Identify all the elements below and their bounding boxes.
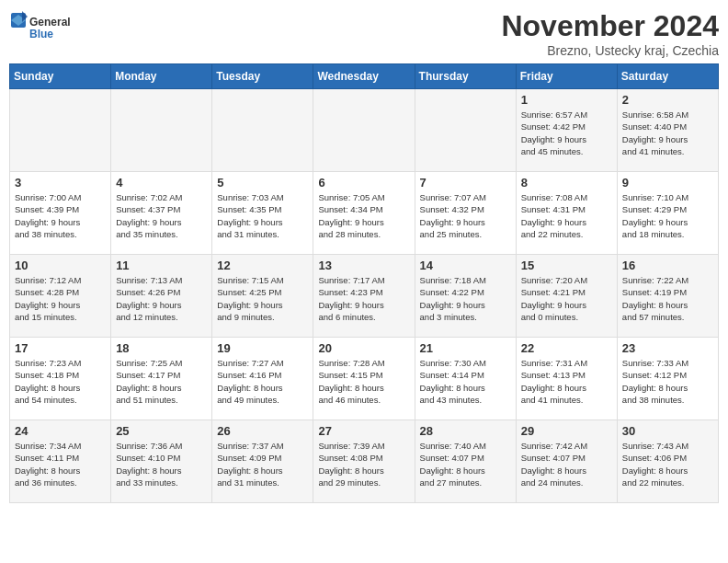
day-info: Sunrise: 7:17 AM Sunset: 4:23 PM Dayligh… [318,274,409,323]
calendar-week-row: 1Sunrise: 6:57 AM Sunset: 4:42 PM Daylig… [10,89,719,172]
calendar-cell: 19Sunrise: 7:27 AM Sunset: 4:16 PM Dayli… [212,338,313,420]
calendar-cell: 25Sunrise: 7:36 AM Sunset: 4:10 PM Dayli… [111,420,212,503]
calendar-cell: 13Sunrise: 7:17 AM Sunset: 4:23 PM Dayli… [313,255,415,338]
calendar-cell: 12Sunrise: 7:15 AM Sunset: 4:25 PM Dayli… [212,255,313,338]
calendar-cell: 30Sunrise: 7:43 AM Sunset: 4:06 PM Dayli… [617,420,718,503]
day-number: 18 [116,341,207,355]
day-number: 20 [318,341,409,355]
svg-text:General: General [29,16,71,29]
day-number: 16 [622,259,713,272]
calendar-cell: 6Sunrise: 7:05 AM Sunset: 4:34 PM Daylig… [313,172,415,255]
calendar-cell: 27Sunrise: 7:39 AM Sunset: 4:08 PM Dayli… [313,420,415,503]
weekday-header-sunday: Sunday [10,64,111,89]
day-number: 2 [622,93,713,107]
day-number: 29 [521,424,612,438]
day-number: 23 [622,341,713,355]
page-header: General Blue November 2024 Brezno, Ustec… [9,9,719,58]
day-number: 1 [521,93,612,107]
day-number: 28 [420,424,511,438]
calendar-cell: 28Sunrise: 7:40 AM Sunset: 4:07 PM Dayli… [415,420,516,503]
svg-text:Blue: Blue [29,28,53,40]
calendar-cell: 7Sunrise: 7:07 AM Sunset: 4:32 PM Daylig… [415,172,516,255]
day-info: Sunrise: 7:23 AM Sunset: 4:18 PM Dayligh… [15,357,106,406]
calendar-cell [212,89,313,172]
day-number: 27 [318,424,409,438]
calendar-cell: 15Sunrise: 7:20 AM Sunset: 4:21 PM Dayli… [516,255,617,338]
calendar-cell: 22Sunrise: 7:31 AM Sunset: 4:13 PM Dayli… [516,338,617,420]
calendar-cell: 9Sunrise: 7:10 AM Sunset: 4:29 PM Daylig… [617,172,718,255]
day-info: Sunrise: 6:58 AM Sunset: 4:40 PM Dayligh… [622,109,713,157]
day-info: Sunrise: 7:12 AM Sunset: 4:28 PM Dayligh… [15,274,106,323]
day-number: 22 [521,341,612,355]
calendar-cell: 17Sunrise: 7:23 AM Sunset: 4:18 PM Dayli… [10,338,111,420]
day-info: Sunrise: 7:37 AM Sunset: 4:09 PM Dayligh… [217,440,308,488]
day-number: 10 [15,259,106,272]
weekday-header-wednesday: Wednesday [313,64,415,89]
calendar-cell: 26Sunrise: 7:37 AM Sunset: 4:09 PM Dayli… [212,420,313,503]
calendar-cell: 29Sunrise: 7:42 AM Sunset: 4:07 PM Dayli… [516,420,617,503]
calendar-cell: 14Sunrise: 7:18 AM Sunset: 4:22 PM Dayli… [415,255,516,338]
weekday-header-friday: Friday [516,64,617,89]
day-number: 8 [521,176,612,190]
title-block: November 2024 Brezno, Ustecky kraj, Czec… [501,9,719,58]
day-info: Sunrise: 7:33 AM Sunset: 4:12 PM Dayligh… [622,357,713,406]
day-info: Sunrise: 7:18 AM Sunset: 4:22 PM Dayligh… [420,274,511,323]
day-info: Sunrise: 7:34 AM Sunset: 4:11 PM Dayligh… [15,440,106,488]
day-number: 5 [217,176,308,190]
calendar-week-row: 3Sunrise: 7:00 AM Sunset: 4:39 PM Daylig… [10,172,719,255]
day-number: 15 [521,259,612,272]
calendar-cell: 2Sunrise: 6:58 AM Sunset: 4:40 PM Daylig… [617,89,718,172]
day-number: 6 [318,176,409,190]
day-number: 12 [217,259,308,272]
day-number: 3 [15,176,106,190]
calendar-cell: 4Sunrise: 7:02 AM Sunset: 4:37 PM Daylig… [111,172,212,255]
day-info: Sunrise: 7:08 AM Sunset: 4:31 PM Dayligh… [521,191,612,240]
day-number: 17 [15,341,106,355]
day-number: 19 [217,341,308,355]
day-info: Sunrise: 7:27 AM Sunset: 4:16 PM Dayligh… [217,357,308,406]
calendar-cell: 11Sunrise: 7:13 AM Sunset: 4:26 PM Dayli… [111,255,212,338]
calendar-week-row: 17Sunrise: 7:23 AM Sunset: 4:18 PM Dayli… [10,338,719,420]
day-info: Sunrise: 7:05 AM Sunset: 4:34 PM Dayligh… [318,191,409,240]
location: Brezno, Ustecky kraj, Czechia [501,43,719,58]
calendar-cell: 3Sunrise: 7:00 AM Sunset: 4:39 PM Daylig… [10,172,111,255]
day-info: Sunrise: 7:28 AM Sunset: 4:15 PM Dayligh… [318,357,409,406]
day-number: 21 [420,341,511,355]
weekday-header-monday: Monday [111,64,212,89]
weekday-header-tuesday: Tuesday [212,64,313,89]
day-info: Sunrise: 7:20 AM Sunset: 4:21 PM Dayligh… [521,274,612,323]
calendar-cell: 24Sunrise: 7:34 AM Sunset: 4:11 PM Dayli… [10,420,111,503]
day-info: Sunrise: 7:07 AM Sunset: 4:32 PM Dayligh… [420,191,511,240]
day-info: Sunrise: 7:02 AM Sunset: 4:37 PM Dayligh… [116,191,207,240]
weekday-header-saturday: Saturday [617,64,718,89]
calendar-cell: 21Sunrise: 7:30 AM Sunset: 4:14 PM Dayli… [415,338,516,420]
calendar-cell: 16Sunrise: 7:22 AM Sunset: 4:19 PM Dayli… [617,255,718,338]
day-info: Sunrise: 7:00 AM Sunset: 4:39 PM Dayligh… [15,191,106,240]
calendar-cell: 23Sunrise: 7:33 AM Sunset: 4:12 PM Dayli… [617,338,718,420]
day-info: Sunrise: 7:39 AM Sunset: 4:08 PM Dayligh… [318,440,409,488]
day-info: Sunrise: 7:43 AM Sunset: 4:06 PM Dayligh… [622,440,713,488]
day-info: Sunrise: 7:42 AM Sunset: 4:07 PM Dayligh… [521,440,612,488]
calendar-cell: 8Sunrise: 7:08 AM Sunset: 4:31 PM Daylig… [516,172,617,255]
day-info: Sunrise: 7:22 AM Sunset: 4:19 PM Dayligh… [622,274,713,323]
calendar-cell: 18Sunrise: 7:25 AM Sunset: 4:17 PM Dayli… [111,338,212,420]
calendar-cell [111,89,212,172]
logo-svg: General Blue [9,9,74,46]
day-info: Sunrise: 6:57 AM Sunset: 4:42 PM Dayligh… [521,109,612,157]
calendar-cell: 1Sunrise: 6:57 AM Sunset: 4:42 PM Daylig… [516,89,617,172]
calendar-cell: 10Sunrise: 7:12 AM Sunset: 4:28 PM Dayli… [10,255,111,338]
day-info: Sunrise: 7:03 AM Sunset: 4:35 PM Dayligh… [217,191,308,240]
calendar-cell: 20Sunrise: 7:28 AM Sunset: 4:15 PM Dayli… [313,338,415,420]
day-info: Sunrise: 7:13 AM Sunset: 4:26 PM Dayligh… [116,274,207,323]
day-number: 4 [116,176,207,190]
weekday-header-thursday: Thursday [415,64,516,89]
month-title: November 2024 [501,9,719,43]
day-number: 7 [420,176,511,190]
day-info: Sunrise: 7:40 AM Sunset: 4:07 PM Dayligh… [420,440,511,488]
day-number: 11 [116,259,207,272]
calendar-week-row: 24Sunrise: 7:34 AM Sunset: 4:11 PM Dayli… [10,420,719,503]
day-info: Sunrise: 7:30 AM Sunset: 4:14 PM Dayligh… [420,357,511,406]
day-number: 13 [318,259,409,272]
day-info: Sunrise: 7:36 AM Sunset: 4:10 PM Dayligh… [116,440,207,488]
day-number: 26 [217,424,308,438]
